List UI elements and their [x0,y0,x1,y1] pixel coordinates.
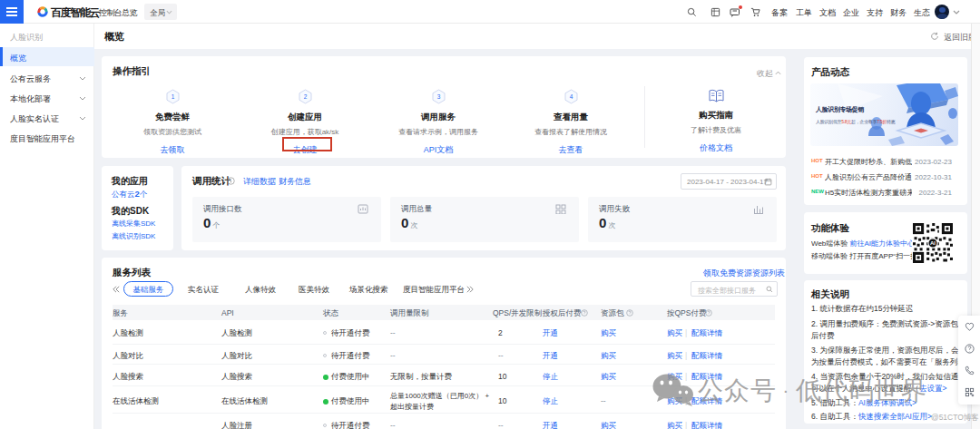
svg-text:3: 3 [436,93,440,100]
svg-text:1: 1 [171,93,174,100]
svg-text:2: 2 [303,93,307,100]
svg-text:4: 4 [569,93,573,100]
svg-text:AI: AI [930,240,936,246]
